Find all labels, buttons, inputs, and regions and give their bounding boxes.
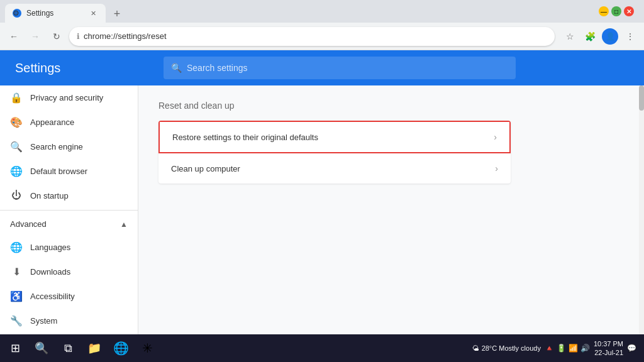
weather-icon: 🌤	[472, 344, 479, 352]
start-button[interactable]: ⊞	[3, 336, 28, 361]
sidebar-label-system: System	[30, 316, 128, 326]
profile-button[interactable]: 👤	[601, 28, 619, 45]
restore-settings-text: Restore settings to their original defau…	[172, 133, 494, 142]
file-explorer-button[interactable]: 📁	[82, 336, 107, 361]
cleanup-arrow-icon: ›	[495, 163, 498, 173]
file-explorer-icon: 📁	[87, 341, 101, 355]
sidebar-item-accessibility[interactable]: ♿ Accessibility	[0, 284, 138, 309]
minimize-button[interactable]: —	[599, 6, 609, 16]
network-icon[interactable]: 🔺	[545, 344, 554, 353]
chrome-icon: 🌐	[113, 341, 129, 356]
sound-icon[interactable]: 🔊	[580, 344, 590, 353]
default-browser-icon: 🌐	[10, 165, 23, 177]
privacy-icon: 🔒	[10, 92, 23, 104]
user-avatar: 👤	[602, 28, 618, 45]
battery-icon[interactable]: 🔋	[557, 344, 566, 353]
sidebar-item-default-browser[interactable]: 🌐 Default browser	[0, 159, 138, 184]
secure-icon: ℹ	[77, 32, 80, 41]
right-scrollbar[interactable]	[639, 85, 644, 334]
taskbar: ⊞ 🔍 ⧉ 📁 🌐 ✳ 🌤 28°C Mostly cloudy 🔺 🔋 📶	[0, 334, 644, 362]
weather-text: 28°C Mostly cloudy	[482, 344, 541, 352]
restore-settings-row[interactable]: Restore settings to their original defau…	[158, 121, 511, 153]
sidebar-label-search: Search engine	[30, 142, 128, 151]
sidebar-divider	[0, 210, 138, 211]
startup-icon: ⏻	[10, 190, 23, 201]
tab-favicon: ⚙	[13, 9, 21, 18]
tab-close-button[interactable]: ✕	[88, 8, 98, 18]
search-taskbar-icon: 🔍	[35, 341, 48, 355]
sidebar-label-accessibility: Accessibility	[30, 292, 128, 301]
search-icon: 🔍	[171, 63, 182, 73]
maximize-button[interactable]: □	[611, 6, 621, 16]
nav-right-buttons: ☆ 🧩 👤 ⋮	[561, 28, 639, 45]
sidebar-label-startup: On startup	[30, 191, 128, 200]
url-text: chrome://settings/reset	[84, 31, 547, 41]
forward-button[interactable]: →	[26, 28, 44, 45]
chrome-taskbar-button[interactable]: 🌐	[108, 336, 133, 361]
cleanup-row[interactable]: Clean up computer ›	[158, 153, 511, 184]
reload-button[interactable]: ↻	[48, 28, 65, 45]
sidebar-item-search[interactable]: 🔍 Search engine	[0, 134, 138, 159]
downloads-icon: ⬇	[10, 266, 23, 278]
settings-body: 🔒 Privacy and security 🎨 Appearance 🔍 Se…	[0, 85, 644, 334]
sidebar-label-appearance: Appearance	[30, 118, 128, 127]
menu-button[interactable]: ⋮	[621, 28, 639, 45]
tab-bar: ⚙ Settings ✕ +	[5, 0, 126, 23]
cleanup-text: Clean up computer	[171, 164, 495, 173]
navigation-bar: ← → ↻ ℹ chrome://settings/reset ☆ 🧩 👤 ⋮	[0, 23, 644, 50]
windows-icon: ⊞	[11, 341, 20, 355]
search-button[interactable]: 🔍	[29, 336, 54, 361]
wifi-icon[interactable]: 📶	[569, 344, 578, 353]
system-icon: 🔧	[10, 315, 23, 327]
multicolor-taskbar-button[interactable]: ✳	[135, 336, 160, 361]
sidebar-item-downloads[interactable]: ⬇ Downloads	[0, 260, 138, 284]
sidebar: 🔒 Privacy and security 🎨 Appearance 🔍 Se…	[0, 85, 138, 334]
languages-icon: 🌐	[10, 241, 23, 253]
bookmark-button[interactable]: ☆	[561, 28, 579, 45]
app-icon: ✳	[142, 341, 153, 356]
address-bar[interactable]: ℹ chrome://settings/reset	[69, 27, 555, 46]
notification-icon[interactable]: 💬	[627, 344, 636, 353]
advanced-label: Advanced	[10, 219, 113, 229]
back-button[interactable]: ←	[5, 28, 23, 45]
restore-arrow-icon: ›	[494, 132, 497, 142]
sidebar-label-languages: Languages	[30, 243, 128, 252]
advanced-header[interactable]: Advanced ▲	[0, 213, 138, 235]
search-placeholder: Search settings	[187, 63, 508, 73]
browser-content: Settings 🔍 Search settings 🔒 Privacy and…	[0, 50, 644, 334]
sidebar-label-downloads: Downloads	[30, 267, 128, 277]
browser-tab[interactable]: ⚙ Settings ✕	[5, 4, 106, 23]
taskbar-right: 🌤 28°C Mostly cloudy 🔺 🔋 📶 🔊 10:37 PM 22…	[467, 339, 641, 358]
weather-info: 🌤 28°C Mostly cloudy	[472, 344, 541, 352]
sidebar-label-default-browser: Default browser	[30, 167, 128, 176]
title-bar: ⚙ Settings ✕ + — □ ✕	[0, 0, 644, 23]
accessibility-icon: ♿	[10, 290, 23, 302]
sidebar-item-appearance[interactable]: 🎨 Appearance	[0, 110, 138, 134]
time-display: 10:37 PM	[594, 339, 623, 348]
settings-card: Restore settings to their original defau…	[158, 121, 511, 184]
search-engine-icon: 🔍	[10, 141, 23, 153]
task-view-icon: ⧉	[64, 342, 72, 355]
sidebar-item-startup[interactable]: ⏻ On startup	[0, 184, 138, 207]
close-button[interactable]: ✕	[624, 6, 634, 16]
advanced-collapse-icon: ▲	[120, 220, 128, 229]
sidebar-label-privacy: Privacy and security	[30, 93, 128, 102]
tab-label: Settings	[26, 9, 83, 18]
date-display: 22-Jul-21	[594, 348, 623, 357]
sidebar-item-system[interactable]: 🔧 System	[0, 309, 138, 333]
sidebar-item-languages[interactable]: 🌐 Languages	[0, 235, 138, 260]
new-tab-button[interactable]: +	[108, 5, 126, 23]
appearance-icon: 🎨	[10, 116, 23, 128]
clock: 10:37 PM 22-Jul-21	[594, 339, 623, 358]
scrollbar-thumb	[639, 85, 644, 111]
settings-title: Settings	[15, 61, 153, 75]
search-bar[interactable]: 🔍 Search settings	[164, 57, 516, 79]
browser-frame: ⚙ Settings ✕ + — □ ✕ ← → ↻ ℹ chrome://se…	[0, 0, 644, 362]
task-view-button[interactable]: ⧉	[55, 336, 80, 361]
settings-header: Settings 🔍 Search settings	[0, 50, 644, 85]
sidebar-item-privacy[interactable]: 🔒 Privacy and security	[0, 85, 138, 110]
main-content: Reset and clean up Restore settings to t…	[138, 85, 639, 334]
system-tray: 🔺 🔋 📶 🔊	[545, 344, 590, 353]
extensions-button[interactable]: 🧩	[581, 28, 599, 45]
section-title: Reset and clean up	[158, 101, 619, 111]
